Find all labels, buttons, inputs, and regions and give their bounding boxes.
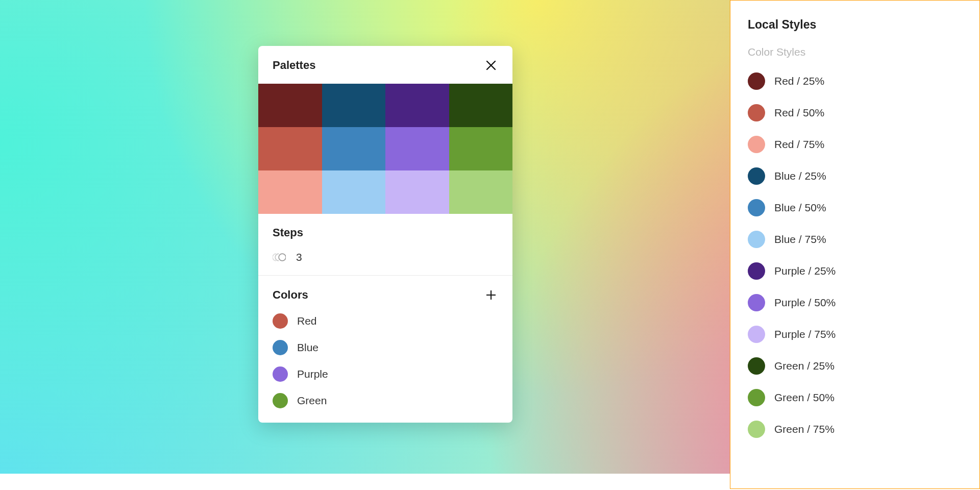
style-swatch-icon: [748, 389, 765, 406]
swatch-cell[interactable]: [449, 84, 513, 127]
swatch-row: [258, 84, 512, 127]
color-swatch-icon: [273, 366, 288, 382]
swatch-cell[interactable]: [322, 170, 386, 214]
add-color-button[interactable]: [484, 288, 498, 302]
swatch-grid: [258, 84, 512, 214]
style-swatch-icon: [748, 262, 765, 280]
style-swatch-icon: [748, 167, 765, 185]
style-label: Blue / 50%: [774, 202, 826, 214]
swatch-row: [258, 127, 512, 170]
swatch-cell[interactable]: [449, 127, 513, 170]
svg-point-0: [279, 254, 286, 261]
local-styles-panel: Local Styles Color Styles Red / 25%Red /…: [730, 0, 980, 489]
panel-title: Palettes: [273, 59, 315, 72]
style-list: Red / 25%Red / 50%Red / 75%Blue / 25%Blu…: [748, 72, 963, 438]
steps-icon: [273, 251, 286, 264]
style-item[interactable]: Green / 25%: [748, 357, 963, 375]
style-swatch-icon: [748, 104, 765, 121]
style-swatch-icon: [748, 357, 765, 375]
steps-value: 3: [296, 251, 302, 263]
style-label: Red / 50%: [774, 107, 824, 119]
plus-icon: [485, 289, 497, 301]
style-item[interactable]: Red / 50%: [748, 104, 963, 121]
style-label: Purple / 75%: [774, 328, 836, 340]
panel-header: Palettes: [258, 46, 512, 84]
steps-heading: Steps: [273, 226, 498, 239]
color-label: Green: [297, 395, 327, 407]
steps-control[interactable]: 3: [273, 251, 498, 264]
style-item[interactable]: Green / 50%: [748, 389, 963, 406]
style-item[interactable]: Green / 75%: [748, 421, 963, 438]
style-label: Red / 25%: [774, 75, 824, 87]
style-swatch-icon: [748, 421, 765, 438]
swatch-cell[interactable]: [322, 127, 386, 170]
swatch-cell[interactable]: [322, 84, 386, 127]
style-item[interactable]: Blue / 50%: [748, 199, 963, 216]
style-item[interactable]: Blue / 25%: [748, 167, 963, 185]
close-button[interactable]: [484, 58, 498, 72]
color-label: Blue: [297, 341, 318, 354]
color-label: Red: [297, 315, 317, 327]
swatch-row: [258, 170, 512, 214]
style-item[interactable]: Blue / 75%: [748, 231, 963, 248]
style-label: Blue / 25%: [774, 170, 826, 182]
style-swatch-icon: [748, 294, 765, 311]
color-list: RedBluePurpleGreen: [273, 313, 498, 408]
style-label: Purple / 25%: [774, 265, 836, 277]
style-swatch-icon: [748, 326, 765, 343]
swatch-cell[interactable]: [385, 127, 449, 170]
style-item[interactable]: Purple / 50%: [748, 294, 963, 311]
color-item[interactable]: Red: [273, 313, 498, 329]
swatch-cell[interactable]: [385, 84, 449, 127]
color-item[interactable]: Purple: [273, 366, 498, 382]
close-icon: [485, 59, 497, 71]
style-swatch-icon: [748, 72, 765, 90]
color-label: Purple: [297, 368, 328, 380]
style-label: Purple / 50%: [774, 297, 836, 309]
style-swatch-icon: [748, 199, 765, 216]
color-item[interactable]: Green: [273, 393, 498, 408]
color-swatch-icon: [273, 340, 288, 355]
style-label: Green / 25%: [774, 360, 835, 372]
swatch-cell[interactable]: [258, 127, 322, 170]
swatch-cell[interactable]: [258, 84, 322, 127]
style-swatch-icon: [748, 231, 765, 248]
steps-section: Steps 3: [258, 214, 512, 276]
swatch-cell[interactable]: [449, 170, 513, 214]
style-item[interactable]: Purple / 25%: [748, 262, 963, 280]
swatch-cell[interactable]: [385, 170, 449, 214]
style-item[interactable]: Red / 25%: [748, 72, 963, 90]
style-item[interactable]: Purple / 75%: [748, 326, 963, 343]
swatch-cell[interactable]: [258, 170, 322, 214]
palettes-panel: Palettes Steps 3 Colors R: [258, 46, 512, 423]
style-label: Green / 75%: [774, 423, 835, 435]
style-label: Blue / 75%: [774, 233, 826, 246]
color-swatch-icon: [273, 393, 288, 408]
style-swatch-icon: [748, 136, 765, 153]
colors-section: Colors RedBluePurpleGreen: [258, 276, 512, 423]
local-styles-heading: Local Styles: [748, 18, 963, 32]
style-label: Green / 50%: [774, 391, 835, 404]
style-item[interactable]: Red / 75%: [748, 136, 963, 153]
color-styles-subheading: Color Styles: [748, 46, 963, 58]
color-item[interactable]: Blue: [273, 340, 498, 355]
color-swatch-icon: [273, 313, 288, 329]
style-label: Red / 75%: [774, 138, 824, 151]
colors-heading: Colors: [273, 288, 308, 302]
